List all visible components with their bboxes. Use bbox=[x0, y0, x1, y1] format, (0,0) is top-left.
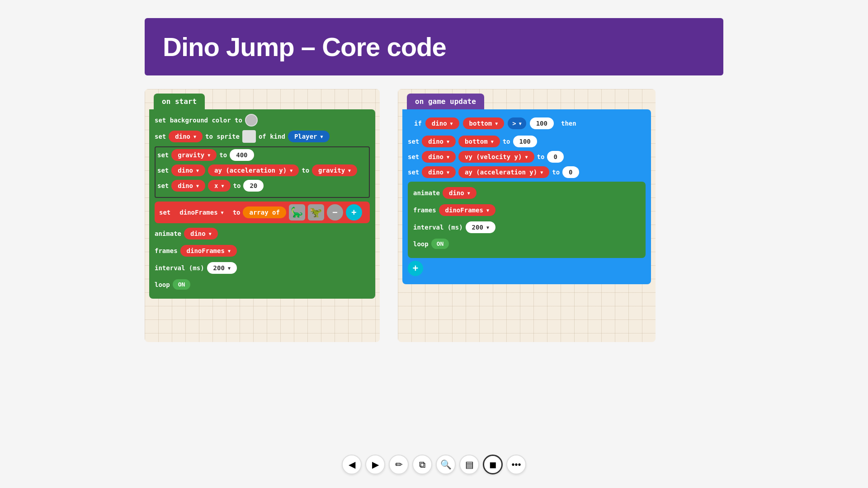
interval-row: interval (ms) 200 ▼ bbox=[155, 261, 370, 275]
ay-right-val[interactable]: 0 bbox=[562, 166, 579, 178]
selection-box: set gravity ▼ to 400 set dino ▼ ay (acce… bbox=[155, 146, 370, 198]
bottom-val[interactable]: 100 bbox=[513, 136, 537, 147]
more-button[interactable]: ••• bbox=[506, 455, 526, 474]
page-title: Dino Jump – Core code bbox=[163, 32, 705, 62]
color-swatch[interactable] bbox=[245, 114, 258, 127]
set-vy-row: set dino ▼ vy (velocity y) ▼ to 0 bbox=[408, 151, 646, 163]
edit-button[interactable]: ✏ bbox=[389, 455, 409, 474]
frames-row: frames dinoFrames ▼ bbox=[155, 244, 370, 258]
bottom-prop[interactable]: bottom ▼ bbox=[458, 136, 500, 147]
set-bg-row: set background color to bbox=[155, 114, 370, 127]
if-block-row: if dino ▼ bottom ▼ > ▼ 100 then bbox=[408, 114, 646, 133]
left-code-section: set background color to set dino ▼ to sp… bbox=[149, 109, 375, 299]
loop-toggle[interactable]: ON bbox=[173, 279, 191, 290]
set-ay-row: set dino ▼ ay (acceleration y) ▼ to grav… bbox=[157, 164, 367, 176]
loop-row: loop ON bbox=[155, 278, 370, 291]
gt-op[interactable]: > ▼ bbox=[508, 117, 526, 129]
frames-dinoframes-var[interactable]: dinoFrames ▼ bbox=[180, 245, 237, 257]
animate-right-row: animate dino ▼ bbox=[413, 186, 640, 200]
ay-prop[interactable]: ay (acceleration y) ▼ bbox=[208, 164, 299, 176]
if-val[interactable]: 100 bbox=[530, 117, 554, 129]
add-row: + bbox=[408, 261, 646, 276]
on-start-event: on start bbox=[154, 94, 205, 109]
if-bottom-prop[interactable]: bottom ▼ bbox=[463, 117, 505, 129]
set-frames-row: set dinoFrames ▼ to array of 🦕 🦖 − + bbox=[155, 202, 370, 223]
gravity-var-block[interactable]: gravity ▼ bbox=[171, 149, 217, 161]
dinoframes-var[interactable]: dinoFrames ▼ bbox=[173, 206, 230, 218]
animate-dino-var[interactable]: dino ▼ bbox=[184, 228, 218, 239]
interval-right-row: interval (ms) 200 ▼ bbox=[413, 221, 640, 234]
set-ay-right-row: set dino ▼ ay (acceleration y) ▼ to 0 bbox=[408, 166, 646, 178]
on-game-update-event: on game update bbox=[407, 94, 484, 109]
add-block-btn[interactable]: + bbox=[408, 261, 423, 276]
back-button[interactable]: ◀ bbox=[342, 455, 362, 474]
dino-x-var[interactable]: dino ▼ bbox=[171, 180, 205, 192]
vy-val[interactable]: 0 bbox=[547, 151, 563, 163]
loop-right-row: loop ON bbox=[413, 238, 640, 250]
main-content: on start set background color to set din… bbox=[145, 89, 723, 342]
dino-ay-right-var[interactable]: dino ▼ bbox=[422, 166, 456, 178]
set-bottom-row: set dino ▼ bottom ▼ to 100 bbox=[408, 136, 646, 147]
player-kind-block[interactable]: Player ▼ bbox=[288, 131, 330, 142]
right-panel: on game update if dino ▼ bottom ▼ > ▼ 10… bbox=[398, 89, 656, 342]
dino-bottom-var[interactable]: dino ▼ bbox=[422, 136, 456, 147]
x-val[interactable]: 20 bbox=[243, 180, 264, 192]
dino-sprite-2[interactable]: 🦖 bbox=[308, 204, 324, 221]
set-bg-label: set background color to bbox=[155, 117, 242, 124]
gravity-ref[interactable]: gravity ▼ bbox=[312, 164, 357, 176]
ay-right-prop[interactable]: ay (acceleration y) ▼ bbox=[458, 166, 549, 178]
interval-right-val[interactable]: 200 ▼ bbox=[466, 221, 495, 233]
vy-prop[interactable]: vy (velocity y) ▼ bbox=[458, 151, 534, 163]
green-animate-section: animate dino ▼ frames dinoFrames ▼ inter… bbox=[408, 182, 646, 258]
dino-var-block[interactable]: dino ▼ bbox=[169, 131, 203, 142]
toolbar: ◀ ▶ ✏ ⧉ 🔍 ▤ ◼ ••• bbox=[342, 455, 526, 474]
add-sprite-btn[interactable]: + bbox=[346, 204, 362, 221]
set-sprite-row: set dino ▼ to sprite of kind Player ▼ bbox=[155, 130, 370, 143]
forward-button[interactable]: ▶ bbox=[365, 455, 385, 474]
remove-sprite-btn[interactable]: − bbox=[327, 204, 343, 221]
interval-val[interactable]: 200 ▼ bbox=[207, 262, 237, 274]
array-of-label: array of bbox=[243, 206, 286, 218]
right-code-section: if dino ▼ bottom ▼ > ▼ 100 then set dino… bbox=[402, 109, 651, 284]
dino-sprite-1[interactable]: 🦕 bbox=[289, 204, 305, 221]
if-dino-var[interactable]: dino ▼ bbox=[425, 117, 459, 129]
copy-button[interactable]: ⧉ bbox=[412, 455, 432, 474]
left-panel: on start set background color to set din… bbox=[145, 89, 380, 342]
animate-right-dino[interactable]: dino ▼ bbox=[443, 187, 476, 199]
animate-row: animate dino ▼ bbox=[155, 227, 370, 240]
frames-right-row: frames dinoFrames ▼ bbox=[413, 203, 640, 217]
set-frames-inner: set dinoFrames ▼ to array of 🦕 🦖 − + bbox=[159, 204, 365, 221]
dino-vy-var[interactable]: dino ▼ bbox=[422, 151, 456, 163]
set-x-row: set dino ▼ x ▼ to 20 bbox=[157, 180, 367, 192]
zoom-button[interactable]: 🔍 bbox=[436, 455, 456, 474]
frames-right-var[interactable]: dinoFrames ▼ bbox=[439, 204, 495, 216]
dino-ay-var[interactable]: dino ▼ bbox=[171, 164, 205, 176]
x-prop[interactable]: x ▼ bbox=[208, 180, 230, 192]
set-gravity-row: set gravity ▼ to 400 bbox=[157, 149, 367, 161]
text-button[interactable]: ▤ bbox=[459, 455, 479, 474]
loop-right-toggle[interactable]: ON bbox=[431, 239, 449, 249]
sprite-image[interactable] bbox=[242, 130, 256, 143]
header: Dino Jump – Core code bbox=[145, 18, 723, 75]
gravity-val[interactable]: 400 bbox=[230, 149, 254, 161]
video-button[interactable]: ◼ bbox=[483, 455, 503, 474]
